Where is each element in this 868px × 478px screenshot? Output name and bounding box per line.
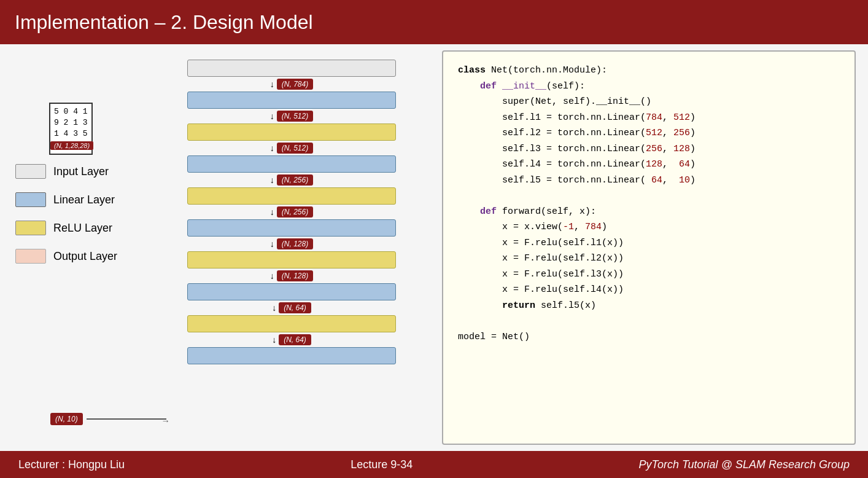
- badge-784: (N, 784): [277, 79, 313, 90]
- legend-item-input: Input Layer: [15, 164, 117, 179]
- legend-item-relu: ReLU Layer: [15, 221, 117, 235]
- right-panel: class Net(torch.nn.Module): def __init__…: [430, 44, 868, 451]
- input-shape-badge: (N, 1,28,28): [50, 141, 93, 150]
- layer-row-relu3: ↓ (N, 128): [187, 251, 396, 283]
- nn-diagram: 5 0 4 1 9 2 1 3 1 4 3 5 3 6 1 7 (N, 1,28…: [12, 50, 417, 445]
- legend-label-linear: Linear Layer: [53, 194, 115, 206]
- code-line-9: def forward(self, x):: [458, 204, 840, 220]
- code-line-3: super(Net, self).__init__(): [458, 94, 840, 110]
- output-section: (N, 10) →: [50, 413, 166, 425]
- legend: Input Layer Linear Layer ReLU Layer Outp…: [15, 164, 117, 264]
- page-footer: Lecturer : Hongpu Liu Lecture 9-34 PyTor…: [0, 451, 868, 478]
- legend-label-input: Input Layer: [53, 165, 109, 178]
- legend-label-output: Output Layer: [53, 250, 117, 263]
- layers-container: ↓ (N, 784) ↓ (N, 512) ↓: [187, 60, 396, 364]
- badge-256a: (N, 256): [277, 174, 313, 186]
- code-line-11: x = F.relu(self.l1(x)): [458, 235, 840, 251]
- code-line-2: def __init__(self):: [458, 79, 840, 95]
- code-line-4: self.l1 = torch.nn.Linear(784, 512): [458, 110, 840, 126]
- legend-item-linear: Linear Layer: [15, 192, 117, 207]
- code-line-13: x = F.relu(self.l3(x)): [458, 267, 840, 283]
- layer-row-input: ↓ (N, 784): [187, 60, 396, 92]
- layer-row-relu2: ↓ (N, 256): [187, 187, 396, 219]
- code-line-1: class Net(torch.nn.Module):: [458, 63, 840, 79]
- relu-layer-bar-3: [187, 251, 396, 268]
- layer-row-relu4: ↓ (N, 64): [187, 315, 396, 347]
- page-title: Implementation – 2. Design Model: [15, 11, 313, 34]
- badge-128b: (N, 128): [277, 270, 313, 281]
- code-line-6: self.l3 = torch.nn.Linear(256, 128): [458, 141, 840, 157]
- code-line-16: model = Net(): [458, 329, 840, 345]
- code-line-7: self.l4 = torch.nn.Linear(128, 64): [458, 157, 840, 173]
- code-line-15: return self.l5(x): [458, 298, 840, 314]
- code-line-14: x = F.relu(self.l4(x)): [458, 282, 840, 298]
- relu-layer-bar-1: [187, 123, 396, 141]
- linear-layer-bar-1: [187, 92, 396, 109]
- badge-64a: (N, 64): [279, 302, 311, 313]
- badge-512a: (N, 512): [277, 111, 313, 122]
- layer-row-linear2: ↓ (N, 256): [187, 155, 396, 187]
- relu-layer-bar-4: [187, 315, 396, 332]
- footer-lecture: Lecture 9-34: [351, 458, 413, 471]
- linear-layer-bar-2: [187, 155, 396, 173]
- code-box: class Net(torch.nn.Module): def __init__…: [442, 50, 856, 445]
- legend-label-relu: ReLU Layer: [53, 222, 112, 235]
- legend-box-input: [15, 164, 46, 179]
- linear-layer-bar-3: [187, 219, 396, 237]
- layer-row-relu1: ↓ (N, 512): [187, 123, 396, 155]
- legend-box-relu: [15, 221, 46, 235]
- badge-64b: (N, 64): [279, 334, 311, 345]
- badge-512b: (N, 512): [277, 143, 313, 154]
- layer-row-output: [187, 347, 396, 364]
- footer-lecturer: Lecturer : Hongpu Liu: [18, 458, 125, 471]
- code-line-12: x = F.relu(self.l2(x)): [458, 251, 840, 267]
- layer-row-linear1: ↓ (N, 512): [187, 92, 396, 123]
- output-badge: (N, 10): [50, 413, 83, 425]
- relu-layer-bar-2: [187, 187, 396, 205]
- output-layer-bar: [187, 347, 396, 364]
- page-header: Implementation – 2. Design Model: [0, 0, 868, 44]
- layer-row-linear4: ↓ (N, 64): [187, 283, 396, 315]
- code-line-8: self.l5 = torch.nn.Linear( 64, 10): [458, 173, 840, 189]
- code-line-5: self.l2 = torch.nn.Linear(512, 256): [458, 125, 840, 141]
- left-panel: 5 0 4 1 9 2 1 3 1 4 3 5 3 6 1 7 (N, 1,28…: [0, 44, 430, 451]
- layer-row-linear3: ↓ (N, 128): [187, 219, 396, 251]
- code-line-10: x = x.view(-1, 784): [458, 219, 840, 235]
- legend-item-output: Output Layer: [15, 249, 117, 264]
- badge-256b: (N, 256): [277, 206, 313, 217]
- legend-box-linear: [15, 192, 46, 207]
- input-layer-bar: [187, 60, 396, 77]
- legend-box-output: [15, 249, 46, 264]
- linear-layer-bar-4: [187, 283, 396, 300]
- badge-128a: (N, 128): [277, 238, 313, 249]
- footer-group: PyTorch Tutorial @ SLAM Research Group: [639, 458, 850, 471]
